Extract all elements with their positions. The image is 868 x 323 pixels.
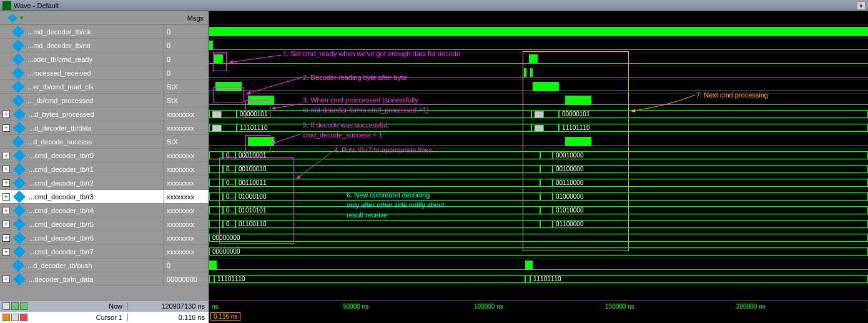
signal-row[interactable]: ...d_decoder_tb/push0 xyxy=(0,259,209,272)
window-title: Wave - Default xyxy=(14,2,59,9)
expand-icon[interactable]: + xyxy=(2,248,10,256)
wave-row xyxy=(209,39,868,52)
signal-type-icon xyxy=(13,246,26,258)
signal-row[interactable]: +...cmd_decoder_tb/r4xxxxxxxx xyxy=(0,204,209,217)
tool-icon[interactable] xyxy=(20,314,27,321)
signal-value: xxxxxxxx xyxy=(164,217,209,231)
signal-row[interactable]: ...md_decoder_tb/clk0 xyxy=(0,25,209,39)
signal-row[interactable]: +...d_bytes_processedxxxxxxxx xyxy=(0,107,209,121)
signal-type-icon xyxy=(12,136,24,148)
svg-marker-0 xyxy=(7,14,17,22)
expand-icon[interactable]: + xyxy=(2,166,10,173)
cursor-badge: 0.116 ns xyxy=(210,312,240,321)
signal-name: ...cmd_decoder_tb/r6 xyxy=(27,234,164,242)
expand-icon[interactable]: + xyxy=(2,193,10,201)
signal-row[interactable]: +...decoder_tb/in_data00000000 xyxy=(0,272,209,286)
signal-value: xxxxxxxx xyxy=(164,190,209,203)
signal-type-icon xyxy=(13,108,26,121)
signal-type-icon xyxy=(12,26,24,38)
dropdown-icon[interactable]: ▾ xyxy=(20,14,24,22)
signal-name: ...cmd_decoder_tb/r4 xyxy=(27,207,164,214)
signal-row[interactable]: +...cmd_decoder_tb/r7xxxxxxxx xyxy=(0,245,209,259)
tool-icon[interactable] xyxy=(11,302,19,310)
expand-icon[interactable]: + xyxy=(2,152,10,159)
wave-row: 0...0100010001000000 xyxy=(209,190,868,204)
signal-type-icon xyxy=(13,273,26,286)
signal-type-icon xyxy=(12,259,24,272)
signal-name: ...cmd_decoder_tb/r0 xyxy=(27,152,164,159)
signal-type-icon xyxy=(13,177,26,189)
add-pane-button[interactable]: + xyxy=(857,1,866,10)
tool-icon[interactable] xyxy=(2,302,10,310)
expand-icon[interactable]: + xyxy=(2,234,10,242)
signal-value: StX xyxy=(164,94,209,107)
signal-value: xxxxxxxx xyxy=(164,149,209,162)
signal-row[interactable]: ...rocessed_received0 xyxy=(0,66,209,80)
wave-row: 0...0110011001100000 xyxy=(209,217,868,231)
signal-row[interactable]: ...md_decoder_tb/rst0 xyxy=(0,39,209,52)
signal-row[interactable]: ...d_decode_successStX xyxy=(0,135,209,149)
wave-row: 00000000 xyxy=(209,231,868,245)
wave-row xyxy=(209,259,868,272)
signal-row[interactable]: +...d_decoder_tb/dataxxxxxxxx xyxy=(0,121,209,135)
wave-row: 0...0001000100010000 xyxy=(209,149,868,162)
expand-icon[interactable]: + xyxy=(2,276,10,283)
tool-icon[interactable] xyxy=(2,314,10,321)
now-label: Now xyxy=(29,302,127,310)
signal-row[interactable]: +...cmd_decoder_tb/r6xxxxxxxx xyxy=(0,231,209,245)
wave-row: ▓▓11101110▓▓11101110 xyxy=(209,121,868,135)
signal-name: ...md_decoder_tb/rst xyxy=(26,42,164,49)
wave-row: 0...0011001100110000 xyxy=(209,176,868,190)
signal-value: xxxxxxxx xyxy=(164,107,209,121)
signal-value: 0 xyxy=(164,25,209,38)
expand-icon[interactable]: + xyxy=(2,124,10,132)
wave-row: 0...0101010101010000 xyxy=(209,204,868,217)
tick-label: ns xyxy=(212,303,219,310)
signal-value: StX xyxy=(164,135,209,148)
signal-name: ...cmd_decoder_tb/r5 xyxy=(27,221,164,228)
signal-panel: ▾ Msgs ...md_decoder_tb/clk0...md_decode… xyxy=(0,11,209,323)
signal-name: ...d_decoder_tb/push xyxy=(26,262,164,269)
signal-row[interactable]: ...oder_tb/cmd_ready0 xyxy=(0,52,209,66)
wave-row xyxy=(209,80,868,94)
signal-name: ...decoder_tb/in_data xyxy=(27,276,164,283)
wave-row: ▓▓00000101▓▓00000101 xyxy=(209,107,868,121)
expand-icon[interactable]: + xyxy=(2,221,10,228)
signal-row[interactable]: +...cmd_decoder_tb/r1xxxxxxxx xyxy=(0,162,209,176)
signal-name: ..._tb/cmd_processed xyxy=(26,97,164,104)
signal-type-icon xyxy=(13,218,26,231)
signal-value: 00000000 xyxy=(164,272,209,286)
signal-row[interactable]: +...cmd_decoder_tb/r5xxxxxxxx xyxy=(0,217,209,231)
signal-value: 0 xyxy=(164,39,209,52)
wave-row xyxy=(209,25,868,39)
wave-row: 0...0010001000100000 xyxy=(209,162,868,176)
titlebar: Wave - Default + xyxy=(0,0,868,11)
signal-row[interactable]: ..._tb/cmd_processedStX xyxy=(0,94,209,107)
waveform-area[interactable]: ▓▓00000101▓▓00000101▓▓11101110▓▓11101110… xyxy=(209,11,868,323)
signal-row[interactable]: +...cmd_decoder_tb/r3xxxxxxxx xyxy=(0,190,209,204)
expand-icon[interactable]: + xyxy=(2,111,10,118)
expand-icon[interactable]: + xyxy=(2,179,10,187)
wave-row xyxy=(209,66,868,80)
signal-row[interactable]: +...cmd_decoder_tb/r2xxxxxxxx xyxy=(0,176,209,190)
cursor-bar[interactable]: 0.116 ns xyxy=(209,312,868,323)
signal-value: 0 xyxy=(164,66,209,79)
signal-row[interactable]: ...er_tb/cmd_read_clkStX xyxy=(0,80,209,94)
wave-row xyxy=(209,135,868,149)
signal-type-icon xyxy=(12,39,24,52)
now-value: 120907130 ns xyxy=(127,302,209,310)
expand-icon[interactable]: + xyxy=(2,207,10,214)
signal-value: 0 xyxy=(164,259,209,272)
time-axis[interactable]: ns50000 ns100000 ns150000 ns200000 ns250… xyxy=(209,301,868,312)
signal-value: StX xyxy=(164,80,209,93)
tick-label: 50000 ns xyxy=(343,303,368,310)
signal-name: ...rocessed_received xyxy=(26,69,164,77)
tool-icon[interactable] xyxy=(20,302,27,310)
signal-name: ...cmd_decoder_tb/r7 xyxy=(27,248,164,256)
signal-row[interactable]: +...cmd_decoder_tb/r0xxxxxxxx xyxy=(0,149,209,162)
tick-label: 200000 ns xyxy=(736,303,766,310)
signal-name: ...cmd_decoder_tb/r2 xyxy=(27,179,164,187)
signal-name: ...d_decode_success xyxy=(26,138,164,146)
signal-value: xxxxxxxx xyxy=(164,176,209,189)
tool-icon[interactable] xyxy=(11,314,19,321)
